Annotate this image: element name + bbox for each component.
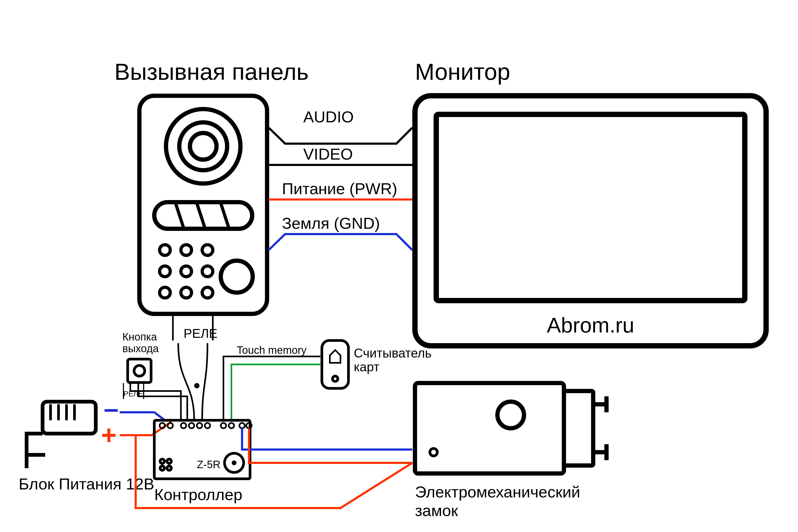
svg-rect-19: [436, 114, 745, 301]
audio-label: AUDIO: [303, 108, 354, 126]
svg-rect-21: [128, 359, 151, 382]
brand-label: Abrom.ru: [547, 314, 634, 337]
svg-point-49: [497, 402, 524, 428]
svg-point-22: [134, 365, 145, 376]
svg-point-20: [194, 383, 200, 388]
exit-button-label-1: Кнопка: [122, 331, 157, 343]
svg-point-36: [197, 423, 202, 428]
card-reader-icon: [322, 341, 348, 388]
ground-wire: [269, 234, 412, 250]
svg-point-43: [167, 466, 171, 470]
svg-rect-48: [415, 383, 564, 474]
svg-point-13: [202, 266, 213, 277]
svg-point-40: [240, 423, 245, 428]
svg-point-35: [189, 423, 194, 428]
svg-point-12: [181, 266, 191, 277]
power-supply-icon: [26, 402, 96, 468]
exit-button-label-2: выхода: [122, 343, 159, 354]
lock-title-1: Электромеханический: [415, 483, 580, 501]
svg-point-2: [179, 122, 227, 170]
svg-point-32: [159, 423, 165, 428]
svg-point-8: [159, 245, 170, 255]
svg-point-17: [221, 261, 253, 292]
svg-point-38: [221, 423, 226, 428]
svg-point-24: [332, 376, 338, 381]
video-label: VIDEO: [303, 145, 353, 163]
touch-wire-b: [231, 364, 320, 420]
ground-label: Земля (GND): [282, 214, 380, 232]
call-panel-title: Вызывная панель: [114, 58, 308, 85]
svg-point-10: [202, 245, 213, 255]
touch-wire-a: [224, 357, 320, 420]
exit-wire-b: [138, 383, 187, 420]
svg-point-50: [430, 449, 437, 456]
power-label: Питание (PWR): [282, 180, 397, 198]
svg-rect-18: [415, 96, 766, 346]
svg-point-34: [181, 423, 186, 428]
card-reader-label-1: Считыватель: [354, 346, 432, 360]
lock-title-2: замок: [415, 502, 458, 519]
svg-point-45: [167, 459, 171, 463]
svg-point-3: [190, 133, 216, 159]
svg-rect-51: [564, 391, 593, 466]
svg-line-7: [221, 203, 229, 228]
audio-wire: [269, 128, 412, 144]
lock-icon: [415, 383, 607, 474]
monitor-title: Монитор: [415, 58, 510, 85]
svg-point-11: [159, 266, 170, 277]
svg-point-44: [160, 459, 165, 463]
relay-wire-b: [202, 343, 208, 420]
svg-point-42: [160, 466, 165, 470]
svg-point-16: [202, 287, 213, 298]
svg-point-33: [168, 423, 173, 428]
plus-symbol: +: [101, 420, 116, 450]
monitor-icon: [415, 96, 766, 346]
minus-symbol: –: [104, 394, 119, 423]
call-panel-icon: [139, 96, 267, 314]
touch-memory-label: Touch memory: [237, 344, 306, 356]
svg-line-6: [197, 203, 205, 228]
card-reader-label-2: карт: [354, 360, 379, 374]
svg-point-39: [229, 423, 234, 428]
svg-point-47: [233, 462, 235, 464]
svg-point-9: [181, 245, 191, 255]
psu-title: Блок Питания 12В: [19, 475, 154, 493]
lock-minus-wire: [242, 428, 412, 450]
exit-button-icon: [128, 359, 151, 382]
svg-point-15: [181, 287, 191, 298]
svg-line-5: [175, 203, 184, 228]
svg-point-37: [205, 423, 210, 428]
controller-title: Контроллер: [154, 486, 242, 504]
controller-model: Z-5R: [197, 459, 221, 470]
svg-point-14: [159, 287, 170, 298]
